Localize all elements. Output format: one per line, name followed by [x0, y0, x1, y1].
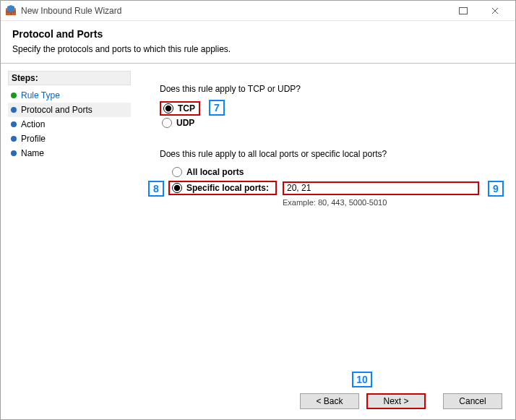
maximize-icon[interactable] — [447, 1, 479, 21]
wizard-content: Does this rule apply to TCP or UDP? TCP … — [138, 64, 515, 382]
protocol-udp-row[interactable]: UDP — [160, 117, 498, 129]
ports-all-radio[interactable] — [172, 167, 182, 177]
ports-example: Example: 80, 443, 5000-5010 — [283, 198, 498, 207]
ports-radio-group: All local ports Specific local ports: Ex… — [160, 166, 498, 207]
step-label: Action — [21, 119, 45, 129]
protocol-tcp-label: TCP — [178, 103, 195, 113]
ports-question: Does this rule apply to all local ports … — [160, 149, 498, 159]
steps-heading: Steps: — [8, 71, 131, 85]
step-label: Protocol and Ports — [21, 105, 93, 115]
titlebar: New Inbound Rule Wizard — [1, 1, 515, 21]
svg-rect-4 — [460, 7, 468, 14]
step-label: Name — [21, 148, 44, 158]
wizard-footer: 10 < Back Next > Cancel — [1, 386, 515, 419]
next-button[interactable]: Next > — [366, 393, 426, 409]
cancel-button[interactable]: Cancel — [443, 393, 502, 409]
ports-specific-radio[interactable] — [172, 183, 182, 193]
sidebar-item-protocol-ports: Protocol and Ports — [8, 103, 131, 117]
wizard-body: Steps: Rule Type Protocol and Ports Acti… — [1, 64, 515, 382]
protocol-radio-group: TCP UDP 7 — [160, 101, 498, 129]
protocol-udp-label: UDP — [176, 118, 194, 128]
protocol-tcp-row[interactable]: TCP — [160, 101, 200, 116]
annotation-7: 7 — [209, 100, 225, 116]
ports-all-label: All local ports — [186, 167, 244, 177]
bullet-icon — [11, 107, 17, 113]
protocol-udp-radio[interactable] — [162, 118, 172, 128]
sidebar-item-name: Name — [8, 146, 131, 160]
ports-specific-option[interactable]: Specific local ports: — [168, 181, 277, 195]
protocol-tcp-radio[interactable] — [163, 103, 173, 113]
page-header: Protocol and Ports Specify the protocols… — [1, 21, 515, 64]
back-button[interactable]: < Back — [300, 393, 359, 409]
bullet-icon — [11, 121, 17, 127]
ports-input[interactable] — [283, 181, 479, 195]
protocol-question: Does this rule apply to TCP or UDP? — [160, 84, 498, 94]
bullet-icon — [11, 93, 17, 98]
sidebar-item-action: Action — [8, 117, 131, 132]
bullet-icon — [11, 136, 17, 142]
close-icon[interactable] — [479, 1, 511, 21]
ports-specific-row: Specific local ports: — [160, 179, 498, 197]
ports-specific-label: Specific local ports: — [186, 183, 269, 193]
step-label: Profile — [21, 134, 46, 144]
window-title: New Inbound Rule Wizard — [21, 6, 121, 16]
bullet-icon — [11, 150, 17, 156]
steps-sidebar: Steps: Rule Type Protocol and Ports Acti… — [1, 64, 138, 382]
step-label[interactable]: Rule Type — [21, 90, 60, 100]
sidebar-item-rule-type[interactable]: Rule Type — [8, 88, 131, 103]
page-title: Protocol and Ports — [12, 28, 504, 40]
ports-all-row[interactable]: All local ports — [170, 166, 498, 178]
firewall-app-icon — [5, 5, 17, 17]
page-subtitle: Specify the protocols and ports to which… — [12, 44, 504, 54]
sidebar-item-profile: Profile — [8, 132, 131, 146]
wizard-window: New Inbound Rule Wizard Protocol and Por… — [0, 0, 516, 420]
